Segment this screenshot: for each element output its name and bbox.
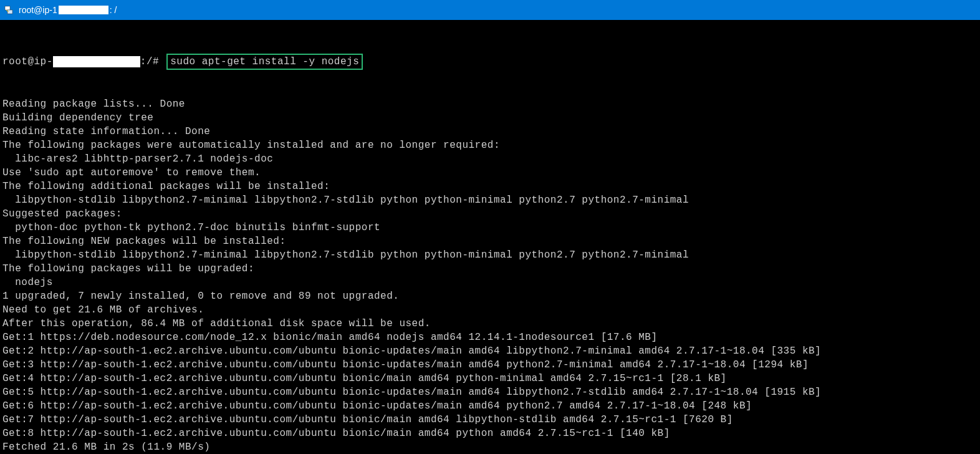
terminal-line: Reading package lists... Done <box>2 97 978 111</box>
terminal-line: The following NEW packages will be insta… <box>2 234 978 248</box>
terminal-line: Get:6 http://ap-south-1.ec2.archive.ubun… <box>2 399 978 413</box>
terminal-line: The following packages were automaticall… <box>2 138 978 152</box>
terminal-output-lines: Reading package lists... DoneBuilding de… <box>2 97 978 454</box>
terminal-line: Use 'sudo apt autoremove' to remove them… <box>2 166 978 180</box>
terminal-line: Get:5 http://ap-south-1.ec2.archive.ubun… <box>2 385 978 399</box>
terminal-line: Suggested packages: <box>2 207 978 221</box>
terminal-line: Building dependency tree <box>2 111 978 125</box>
terminal-line: The following additional packages will b… <box>2 180 978 193</box>
terminal-line: Get:4 http://ap-south-1.ec2.archive.ubun… <box>2 372 978 385</box>
window-title-prefix: root@ip-1 <box>19 5 57 15</box>
putty-icon <box>4 5 14 15</box>
terminal-line: Get:8 http://ap-south-1.ec2.archive.ubun… <box>2 427 978 440</box>
window-title-bar[interactable]: root@ip-1 : / <box>0 0 980 20</box>
svg-rect-0 <box>5 6 10 10</box>
terminal-line: Get:7 http://ap-south-1.ec2.archive.ubun… <box>2 413 978 427</box>
terminal-line: Need to get 21.6 MB of archives. <box>2 303 978 317</box>
redacted-hostname-block <box>53 56 140 67</box>
terminal-line: Get:1 https://deb.nodesource.com/node_12… <box>2 331 978 344</box>
terminal-line: libpython-stdlib libpython2.7-minimal li… <box>2 248 978 262</box>
terminal-line: nodejs <box>2 276 978 289</box>
terminal-line: 1 upgraded, 7 newly installed, 0 to remo… <box>2 289 978 303</box>
prompt-suffix: :/# <box>140 55 165 69</box>
highlighted-command: sudo apt-get install -y nodejs <box>166 54 363 70</box>
terminal-line: Reading state information... Done <box>2 125 978 138</box>
prompt-prefix: root@ip- <box>2 55 53 69</box>
terminal-line: After this operation, 86.4 MB of additio… <box>2 317 978 331</box>
command-prompt-line: root@ip-:/# sudo apt-get install -y node… <box>2 54 978 70</box>
terminal-line: The following packages will be upgraded: <box>2 262 978 276</box>
window-title-suffix: : / <box>110 5 117 15</box>
terminal-line: libc-ares2 libhttp-parser2.7.1 nodejs-do… <box>2 152 978 166</box>
terminal-line: Get:3 http://ap-south-1.ec2.archive.ubun… <box>2 358 978 372</box>
terminal-line: libpython-stdlib libpython2.7-minimal li… <box>2 193 978 207</box>
terminal-output-area[interactable]: root@ip-:/# sudo apt-get install -y node… <box>0 20 980 454</box>
redacted-ip-block <box>59 6 108 14</box>
terminal-line: Get:2 http://ap-south-1.ec2.archive.ubun… <box>2 344 978 358</box>
terminal-line: python-doc python-tk python2.7-doc binut… <box>2 221 978 234</box>
terminal-line: Fetched 21.6 MB in 2s (11.9 MB/s) <box>2 440 978 454</box>
